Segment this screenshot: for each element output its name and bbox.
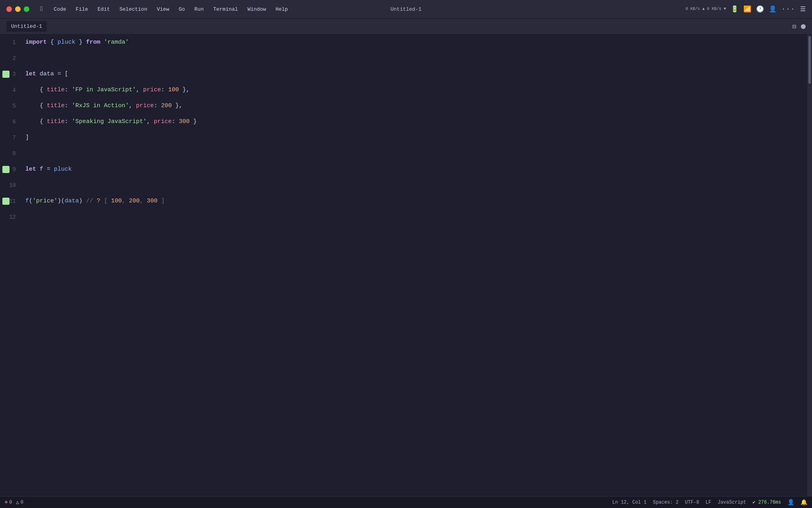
token-plain: ,	[147, 118, 154, 125]
token-plain: :	[154, 102, 161, 109]
network-speed: 0 KB/s ▲ 0 KB/s ▼	[686, 6, 726, 12]
token-prop: title	[47, 118, 65, 125]
token-plain: ,	[136, 87, 143, 93]
code-line-7: 7]	[0, 130, 807, 146]
menu-go[interactable]: Go	[175, 5, 189, 14]
notifications-icon[interactable]: 🔔	[801, 499, 807, 506]
token-plain: )	[79, 198, 86, 204]
line-number: 1	[0, 39, 24, 46]
token-plain: )(	[57, 198, 65, 204]
token-prop: price	[143, 87, 161, 93]
language-mode[interactable]: JavaScript	[718, 500, 746, 505]
token-str: 'FP in JavaScript'	[72, 87, 136, 93]
token-num: 100	[111, 198, 122, 204]
breakpoint-9[interactable]	[2, 166, 10, 173]
code-line-8: 8	[0, 146, 807, 162]
minimize-button[interactable]	[15, 6, 21, 12]
menu-edit[interactable]: Edit	[94, 5, 114, 14]
token-plain: :	[172, 118, 179, 125]
code-line-11: 11f('price')(data) // ? [ 100, 200, 300 …	[0, 193, 807, 209]
token-prop: title	[47, 87, 65, 93]
line-ending[interactable]: LF	[706, 500, 711, 505]
code-line-2: 2	[0, 50, 807, 66]
line-content[interactable]: { title: 'FP in JavaScript', price: 100 …	[24, 82, 190, 98]
close-button[interactable]	[6, 6, 12, 12]
tab-untitled-1[interactable]: Untitled-1	[6, 21, 47, 32]
menu-terminal[interactable]: Terminal	[209, 5, 242, 14]
warning-icon: △	[16, 499, 19, 505]
token-num: 300	[179, 118, 190, 125]
token-plain	[100, 39, 104, 46]
split-editor-icon[interactable]: ⊟	[792, 23, 796, 31]
token-plain: data = [	[36, 71, 68, 77]
tabbar-right: ⊟	[792, 23, 806, 31]
line-number: 8	[0, 150, 24, 157]
traffic-lights	[6, 6, 29, 12]
token-plain: :	[161, 87, 168, 93]
menu-window[interactable]: Window	[243, 5, 270, 14]
token-plain: }	[75, 39, 86, 46]
line-content[interactable]: { title: 'Speaking JavaScript', price: 3…	[24, 114, 197, 130]
warning-number: 0	[21, 500, 23, 505]
menu-selection[interactable]: Selection	[115, 5, 151, 14]
token-fn: pluck	[54, 166, 72, 173]
user-icon: 👤	[769, 5, 777, 13]
token-fn: data	[65, 198, 79, 204]
wifi-icon: 📶	[743, 5, 751, 13]
accounts-icon[interactable]: 👤	[787, 499, 794, 506]
line-content[interactable]: ]	[24, 130, 29, 146]
error-count[interactable]: ⊗ 0 △ 0	[5, 499, 23, 505]
token-plain: (	[29, 198, 33, 204]
token-plain: :	[65, 87, 72, 93]
scrollbar-thumb[interactable]	[808, 36, 811, 84]
maximize-button[interactable]	[24, 6, 29, 12]
titlebar-left:  Code File Edit Selection View Go Run T…	[6, 4, 292, 14]
token-plain: {	[25, 87, 47, 93]
token-kw: let	[25, 166, 36, 173]
error-icon: ⊗	[5, 499, 8, 505]
encoding[interactable]: UTF-8	[685, 500, 699, 505]
clock-icon: 🕐	[756, 5, 764, 13]
menu-code[interactable]: Code	[50, 5, 70, 14]
scrollbar[interactable]	[807, 35, 812, 496]
breakpoint-3[interactable]	[2, 71, 10, 78]
code-line-3: 3let data = [	[0, 66, 807, 82]
menu-run[interactable]: Run	[190, 5, 207, 14]
apple-menu[interactable]: 	[36, 4, 48, 14]
breakpoint-11[interactable]	[2, 198, 10, 205]
menu-help[interactable]: Help	[272, 5, 292, 14]
line-number: 5	[0, 103, 24, 109]
line-content[interactable]: import { pluck } from 'ramda'	[24, 35, 129, 50]
token-comment: ]	[157, 198, 165, 204]
line-number: 12	[0, 214, 24, 220]
token-plain: {	[25, 118, 47, 125]
battery-icon: 🔋	[731, 5, 739, 13]
token-kw: let	[25, 71, 36, 77]
token-num: 100	[168, 87, 179, 93]
token-num: 300	[147, 198, 157, 204]
code-area[interactable]: 1import { pluck } from 'ramda'23let data…	[0, 35, 807, 496]
line-number: 2	[0, 55, 24, 62]
menu-file[interactable]: File	[72, 5, 92, 14]
code-line-5: 5 { title: 'RxJS in Action', price: 200 …	[0, 98, 807, 114]
token-plain: :	[65, 118, 72, 125]
settings-dot[interactable]	[801, 24, 806, 29]
token-num: 200	[161, 102, 172, 109]
code-line-6: 6 { title: 'Speaking JavaScript', price:…	[0, 114, 807, 130]
menu-view[interactable]: View	[153, 5, 173, 14]
tabbar: Untitled-1 ⊟	[0, 19, 812, 35]
indentation[interactable]: Spaces: 2	[653, 500, 679, 505]
line-content[interactable]: let f = pluck	[24, 162, 72, 177]
token-plain: {	[25, 102, 47, 109]
line-content[interactable]: f('price')(data) // ? [ 100, 200, 300 ]	[24, 193, 165, 209]
line-content[interactable]: let data = [	[24, 66, 68, 82]
token-plain: }	[190, 118, 197, 125]
statusbar-left: ⊗ 0 △ 0	[5, 499, 23, 505]
token-prop: title	[47, 102, 65, 109]
editor: 1import { pluck } from 'ramda'23let data…	[0, 35, 812, 496]
token-comment: ,	[122, 198, 129, 204]
line-content[interactable]: { title: 'RxJS in Action', price: 200 },	[24, 98, 182, 114]
statusbar-right: Ln 12, Col 1 Spaces: 2 UTF-8 LF JavaScri…	[612, 499, 807, 506]
more-icon: ···	[781, 6, 795, 13]
cursor-position[interactable]: Ln 12, Col 1	[612, 500, 646, 505]
